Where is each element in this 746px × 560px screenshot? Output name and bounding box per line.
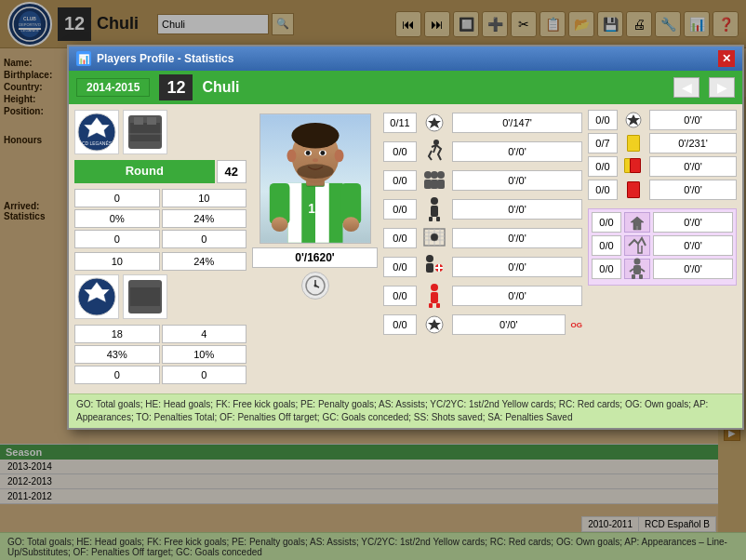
stat-row-1: 0/0 0'/0' xyxy=(383,139,582,165)
player-number-modal: 12 xyxy=(159,74,193,100)
stat-row-6: 0/0 0'/0' xyxy=(383,283,582,309)
stat-box-3: 24% xyxy=(162,209,247,228)
stat-box-5: 0 xyxy=(162,230,247,248)
pink-row-2: 0/0 0'/0' xyxy=(592,259,733,279)
pink-val-1: 0'/0' xyxy=(653,235,733,256)
stat-grid-2: 10 24% xyxy=(74,252,246,271)
pink-num-1: 0/0 xyxy=(592,235,621,256)
modal-close-button[interactable]: ✕ xyxy=(718,50,735,67)
stat-box-7: 24% xyxy=(162,252,247,271)
svg-point-25 xyxy=(271,217,287,232)
modal-title-area: 📊 Players Profile - Statistics xyxy=(76,51,233,66)
club-badge-3 xyxy=(74,274,119,319)
player-name-modal: Chuli xyxy=(202,79,664,96)
svg-point-36 xyxy=(286,150,296,163)
right-val-0: 0'/0' xyxy=(649,110,737,130)
svg-point-47 xyxy=(431,171,438,179)
stat-box-6: 10 xyxy=(74,252,160,271)
svg-rect-49 xyxy=(424,180,432,189)
clock-area xyxy=(252,272,378,300)
svg-point-33 xyxy=(320,151,325,155)
svg-rect-51 xyxy=(437,180,445,189)
svg-rect-65 xyxy=(426,263,433,273)
svg-rect-70 xyxy=(436,303,440,308)
svg-rect-50 xyxy=(431,180,438,189)
stat-box-2: 0% xyxy=(74,209,160,228)
svg-point-37 xyxy=(334,150,343,163)
stat-icon-og xyxy=(420,312,448,338)
pink-icon-1 xyxy=(624,235,650,256)
round-value: 42 xyxy=(217,160,246,183)
svg-point-42 xyxy=(313,285,316,287)
player-photo: 12 xyxy=(260,113,371,244)
modal-info-text: GO: Total goals; HE: Head goals; FK: Fre… xyxy=(76,399,708,422)
stat-num-0: 0/11 xyxy=(383,113,417,133)
pink-icon-0 xyxy=(624,212,650,233)
svg-rect-55 xyxy=(436,217,440,221)
modal-title-text: Players Profile - Statistics xyxy=(97,52,233,65)
red-card-icon xyxy=(620,180,646,200)
stat-num-4: 0/0 xyxy=(383,228,417,248)
stat-num-6: 0/0 xyxy=(383,286,417,306)
stat-row-2: 0/0 0'/0' xyxy=(383,167,582,193)
stat-box-0: 0 xyxy=(74,189,160,207)
svg-point-63 xyxy=(431,233,438,241)
modal-content: CD LEGANÉS xyxy=(69,104,742,393)
svg-point-46 xyxy=(424,171,432,179)
stat-num-2: 0/0 xyxy=(383,170,417,191)
stat-num-5: 0/0 xyxy=(383,257,417,277)
pink-icon-2 xyxy=(624,259,650,279)
stat-box-11: 10% xyxy=(162,345,247,364)
left-panel: CD LEGANÉS xyxy=(74,110,246,388)
svg-point-67 xyxy=(431,284,438,291)
svg-rect-53 xyxy=(431,206,438,217)
season-bar: 2014-2015 12 Chuli ◀ ▶ xyxy=(69,71,742,104)
stat-num-3: 0/0 xyxy=(383,199,417,220)
stat-box-8: 18 xyxy=(74,325,160,343)
right-icon-ball xyxy=(620,110,646,130)
modal-nav-prev[interactable]: ◀ xyxy=(673,77,699,98)
center-panel: 12 0'/1620' xyxy=(252,110,378,388)
pink-num-0: 0/0 xyxy=(592,212,621,233)
stat-icon-penalty xyxy=(420,283,448,309)
svg-rect-79 xyxy=(639,274,643,279)
stat-num-1: 0/0 xyxy=(383,141,417,162)
svg-text:12: 12 xyxy=(308,202,323,216)
pink-row-0: 0/0 0'/0' xyxy=(592,212,733,233)
svg-rect-68 xyxy=(431,292,438,303)
svg-point-48 xyxy=(437,171,445,179)
club-badge-4 xyxy=(123,274,167,319)
stat-val-0: 0'/147' xyxy=(452,113,582,133)
svg-text:CD LEGANÉS: CD LEGANÉS xyxy=(82,140,113,146)
round-button[interactable]: Round xyxy=(74,160,215,183)
svg-rect-17 xyxy=(130,287,160,306)
pink-row-1: 0/0 0'/0' xyxy=(592,235,733,256)
stat-row-5: 0/0 0'/0' xyxy=(383,254,582,280)
stat-grid-1: 0 10 0% 24% 0 0 xyxy=(74,189,246,248)
svg-rect-20 xyxy=(287,183,301,243)
stat-box-13: 0 xyxy=(162,366,247,384)
stat-icon-run xyxy=(420,139,448,165)
stat-box-9: 4 xyxy=(162,325,247,343)
stat-box-12: 0 xyxy=(74,366,160,384)
club-badge-1: CD LEGANÉS xyxy=(74,110,119,154)
svg-point-34 xyxy=(313,158,318,162)
right-num-3: 0/0 xyxy=(588,180,618,200)
stat-val-3: 0'/0' xyxy=(452,199,582,220)
right-row-3: 0/0 0'/0' xyxy=(588,180,737,200)
svg-point-32 xyxy=(305,151,310,155)
modal-nav-next[interactable]: ▶ xyxy=(709,77,735,98)
app-background: CLUB DEPORTIVO LEGANÉS 12 Chuli 🔍 ⏮ ⏭ 🔲 … xyxy=(0,0,746,560)
round-row: Round 42 xyxy=(74,160,246,183)
stat-val-1: 0'/0' xyxy=(452,141,582,162)
right-val-2: 0'/0' xyxy=(649,156,737,177)
stat-num-7: 0/0 xyxy=(383,314,417,335)
club-badges-2 xyxy=(74,274,246,319)
svg-rect-13 xyxy=(147,117,156,125)
modal-window: 📊 Players Profile - Statistics ✕ 2014-20… xyxy=(67,45,744,430)
right-num-2: 0/0 xyxy=(588,156,618,177)
club-badge-2 xyxy=(123,110,167,154)
right-val-3: 0'/0' xyxy=(649,180,737,200)
modal-titlebar: 📊 Players Profile - Statistics ✕ xyxy=(69,47,742,71)
svg-rect-54 xyxy=(429,217,433,221)
